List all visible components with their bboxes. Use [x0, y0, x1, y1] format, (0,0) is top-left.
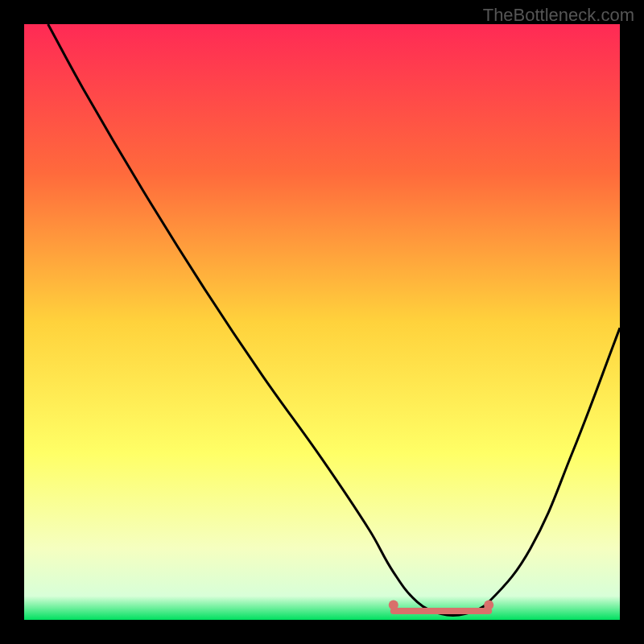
watermark-text: TheBottleneck.com: [483, 5, 634, 26]
chart-svg: [0, 0, 644, 644]
optimal-start: [389, 601, 398, 610]
optimal-end: [484, 601, 493, 610]
plot-background: [24, 24, 620, 620]
chart-container: TheBottleneck.com: [0, 0, 644, 644]
